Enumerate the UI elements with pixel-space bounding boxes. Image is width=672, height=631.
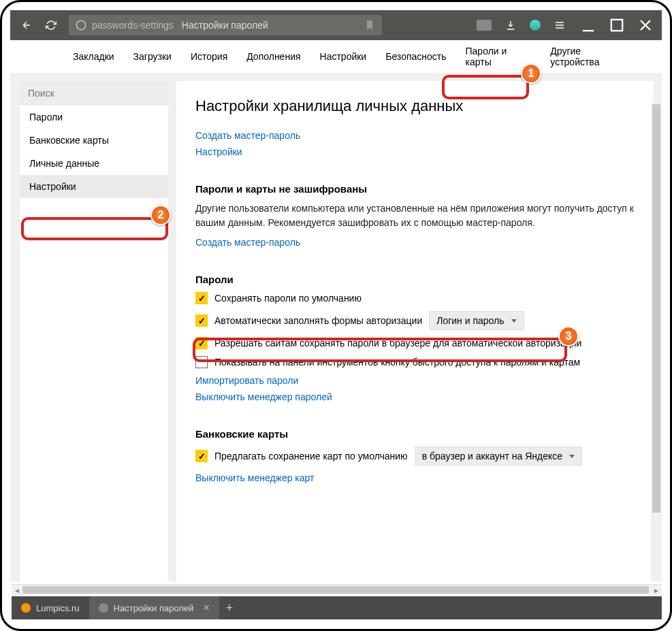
extension-icon[interactable] bbox=[477, 20, 492, 31]
topnav-other-devices[interactable]: Другие устройства bbox=[549, 43, 629, 70]
cards-section-title: Банковские карты bbox=[195, 428, 635, 440]
tab-label: Настройки паролей bbox=[114, 603, 194, 613]
sidebar-item-personal[interactable]: Личные данные bbox=[20, 152, 168, 175]
link-disable-pwmgr[interactable]: Выключить менеджер паролей bbox=[195, 391, 332, 402]
label-toolbar-button: Показывать на панели инструментов кнопку… bbox=[214, 357, 580, 368]
svg-point-0 bbox=[76, 20, 85, 29]
titlebar: passwords-settings Настройки паролей bbox=[10, 10, 662, 40]
link-create-master[interactable]: Создать мастер-пароль bbox=[195, 130, 300, 141]
horizontal-scrollbar[interactable]: ◄ ► bbox=[12, 584, 662, 595]
hscroll-left-arrow[interactable]: ◄ bbox=[12, 585, 22, 596]
tab-favicon-icon bbox=[21, 603, 31, 613]
link-settings[interactable]: Настройки bbox=[195, 146, 242, 157]
reload-button[interactable] bbox=[42, 16, 61, 35]
topnav-downloads[interactable]: Загрузки bbox=[132, 48, 173, 65]
topnav-passwords-cards[interactable]: Пароли и карты bbox=[464, 43, 533, 70]
tab-passwords-settings[interactable]: Настройки паролей × bbox=[89, 596, 219, 619]
checkbox-toolbar-button[interactable] bbox=[195, 356, 208, 368]
content-area: Пароли Банковские карты Личные данные На… bbox=[10, 73, 662, 582]
page-heading: Настройки хранилища личных данных bbox=[195, 97, 635, 115]
link-import-passwords[interactable]: Импортировать пароли bbox=[195, 375, 298, 386]
link-create-master-2[interactable]: Создать мастер-пароль bbox=[195, 237, 300, 248]
tab-favicon-icon bbox=[99, 603, 108, 613]
site-icon bbox=[76, 20, 86, 31]
checkbox-save-cards[interactable] bbox=[195, 450, 208, 462]
link-disable-cardmgr[interactable]: Выключить менеджер карт bbox=[195, 472, 314, 483]
horizontal-scroll-thumb[interactable] bbox=[22, 586, 649, 594]
close-button[interactable] bbox=[636, 16, 655, 35]
checkbox-save-passwords[interactable] bbox=[195, 292, 208, 304]
bookmark-icon[interactable] bbox=[364, 20, 375, 31]
back-button[interactable] bbox=[17, 16, 36, 35]
label-save-cards: Предлагать сохранение карт по умолчанию bbox=[214, 451, 408, 462]
topnav-history[interactable]: История bbox=[189, 48, 229, 65]
sidebar-item-passwords[interactable]: Пароли bbox=[20, 106, 168, 129]
top-nav: Закладки Загрузки История Дополнения Нас… bbox=[10, 40, 662, 73]
tab-lumpics[interactable]: Lumpics.ru bbox=[12, 596, 89, 619]
minimize-button[interactable] bbox=[579, 16, 598, 35]
topnav-settings[interactable]: Настройки bbox=[319, 48, 368, 65]
new-tab-button[interactable]: + bbox=[219, 601, 240, 615]
checkbox-autofill[interactable] bbox=[195, 314, 208, 327]
weather-icon[interactable] bbox=[530, 20, 541, 31]
tab-close-icon[interactable]: × bbox=[203, 602, 209, 614]
sidebar-item-settings[interactable]: Настройки bbox=[20, 175, 168, 198]
encrypt-desc: Другие пользователи компьютера или устан… bbox=[195, 201, 635, 230]
downloads-button[interactable] bbox=[501, 16, 520, 35]
checkbox-allow-sites[interactable] bbox=[195, 337, 208, 349]
sidebar-item-cards[interactable]: Банковские карты bbox=[20, 129, 168, 152]
menu-button[interactable] bbox=[550, 16, 569, 35]
sidebar: Пароли Банковские карты Личные данные На… bbox=[20, 81, 168, 582]
hscroll-right-arrow[interactable]: ► bbox=[651, 585, 662, 596]
label-autofill: Автоматически заполнять формы авторизаци… bbox=[214, 315, 422, 326]
encrypt-title: Пароли и карты не зашифрованы bbox=[195, 183, 635, 195]
dropdown-cards-mode[interactable]: в браузер и аккаунт на Яндексе bbox=[415, 447, 582, 466]
tab-label: Lumpics.ru bbox=[36, 603, 80, 613]
topnav-addons[interactable]: Дополнения bbox=[245, 48, 302, 65]
topnav-bookmarks[interactable]: Закладки bbox=[71, 48, 116, 65]
dropdown-autofill-mode[interactable]: Логин и пароль bbox=[429, 311, 524, 330]
topnav-security[interactable]: Безопасность bbox=[384, 48, 447, 65]
main-panel: Настройки хранилища личных данных Создат… bbox=[176, 81, 654, 582]
address-url: passwords-settings bbox=[92, 20, 174, 31]
passwords-section-title: Пароли bbox=[195, 274, 635, 285]
label-save-passwords: Сохранять пароли по умолчанию bbox=[214, 293, 362, 304]
maximize-button[interactable] bbox=[607, 16, 626, 35]
address-bar[interactable]: passwords-settings Настройки паролей bbox=[69, 15, 382, 35]
sidebar-search[interactable] bbox=[20, 81, 168, 106]
label-allow-sites: Разрешать сайтам сохранять пароли в брау… bbox=[214, 338, 581, 349]
vertical-scroll-thumb[interactable] bbox=[652, 104, 660, 513]
vertical-scrollbar[interactable] bbox=[651, 103, 662, 582]
svg-rect-1 bbox=[611, 20, 622, 31]
tab-bar: Lumpics.ru Настройки паролей × + bbox=[12, 596, 662, 619]
address-title: Настройки паролей bbox=[182, 20, 268, 31]
